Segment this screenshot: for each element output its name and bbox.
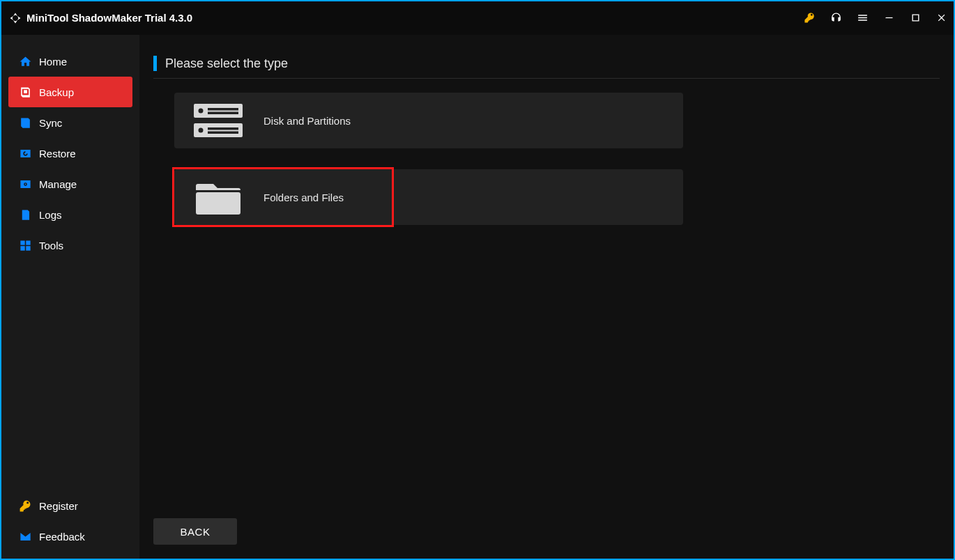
sidebar-item-logs[interactable]: Logs: [8, 199, 132, 230]
sync-icon: [18, 116, 32, 130]
sidebar-item-label: Tools: [39, 240, 63, 251]
page-title: Please select the type: [165, 56, 288, 71]
sidebar-item-register[interactable]: Register: [8, 490, 132, 521]
option-label: Disk and Partitions: [263, 115, 351, 127]
svg-rect-6: [208, 127, 238, 130]
key-button[interactable]: [802, 10, 817, 26]
back-button[interactable]: BACK: [153, 518, 237, 545]
sidebar-item-label: Restore: [39, 148, 76, 160]
app-title: MiniTool ShadowMaker Trial 4.3.0: [26, 12, 192, 24]
svg-rect-7: [208, 132, 238, 134]
folder-icon: [194, 178, 243, 216]
sidebar-item-restore[interactable]: Restore: [8, 138, 132, 169]
backup-icon: [18, 85, 32, 99]
svg-point-5: [199, 128, 204, 133]
sidebar-item-home[interactable]: Home: [8, 46, 132, 77]
restore-icon: [18, 146, 32, 160]
sidebar-item-backup[interactable]: Backup: [8, 77, 132, 107]
title-actions: [802, 10, 949, 26]
sidebar-item-label: Logs: [39, 209, 62, 221]
option-disk-partitions[interactable]: Disk and Partitions: [174, 93, 683, 148]
headset-button[interactable]: [828, 10, 843, 26]
accent-bar: [153, 56, 157, 71]
manage-icon: [18, 177, 32, 191]
option-label: Folders and Files: [263, 192, 344, 203]
sidebar-item-tools[interactable]: Tools: [8, 230, 132, 260]
sidebar-item-label: Backup: [39, 86, 74, 98]
sidebar-item-manage[interactable]: Manage: [8, 169, 132, 199]
sidebar-bottom-nav: Register Feedback: [8, 490, 132, 552]
key-icon: [18, 499, 32, 513]
page-header: Please select the type: [153, 56, 940, 79]
sidebar-spacer: [8, 260, 132, 490]
svg-rect-3: [208, 112, 238, 115]
sidebar-item-label: Register: [39, 500, 78, 512]
logs-icon: [18, 208, 32, 221]
option-list: Disk and Partitions Folders and Files: [153, 93, 940, 225]
main-spacer: [153, 225, 940, 518]
close-button[interactable]: [934, 10, 949, 26]
maximize-button[interactable]: [908, 10, 923, 26]
menu-button[interactable]: [855, 10, 870, 26]
option-folders-files[interactable]: Folders and Files: [174, 169, 683, 225]
sidebar-item-label: Manage: [39, 178, 77, 190]
tools-icon: [18, 238, 32, 252]
sidebar-item-label: Home: [39, 56, 67, 68]
sidebar: Home Backup Sync: [1, 35, 139, 559]
minimize-button[interactable]: [881, 10, 896, 26]
svg-rect-8: [196, 192, 240, 215]
sidebar-item-label: Feedback: [39, 531, 85, 543]
sidebar-nav: Home Backup Sync: [8, 46, 132, 260]
home-icon: [18, 54, 32, 68]
app-window: MiniTool ShadowMaker Trial 4.3.0: [0, 0, 955, 560]
title-bar: MiniTool ShadowMaker Trial 4.3.0: [1, 1, 954, 35]
svg-rect-2: [208, 108, 238, 111]
mail-icon: [18, 529, 32, 543]
app-logo-icon: [8, 11, 22, 25]
back-row: BACK: [153, 518, 940, 545]
svg-point-1: [199, 109, 204, 114]
body: Home Backup Sync: [1, 35, 954, 559]
sidebar-item-label: Sync: [39, 117, 62, 129]
sidebar-item-sync[interactable]: Sync: [8, 107, 132, 138]
sidebar-item-feedback[interactable]: Feedback: [8, 521, 132, 552]
main-content: Please select the type: [139, 35, 954, 559]
disk-icon: [194, 102, 243, 139]
option-folders-files-wrap: Folders and Files: [174, 169, 683, 225]
